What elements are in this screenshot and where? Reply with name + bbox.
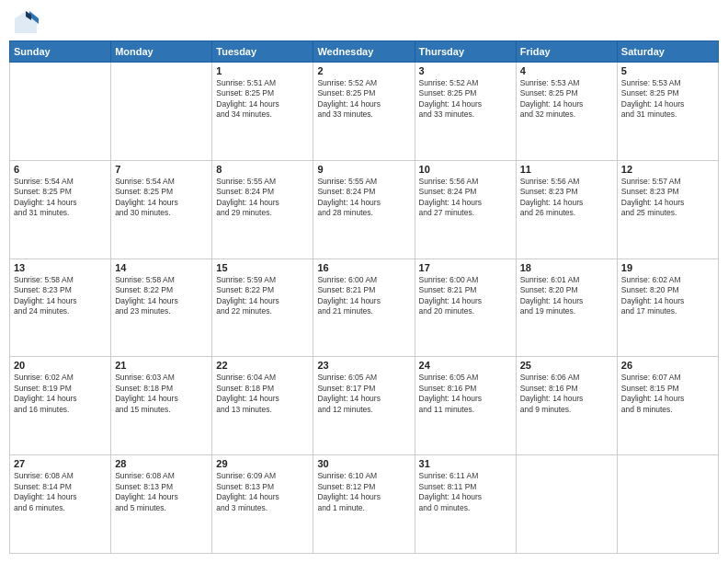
calendar-cell: 28Sunrise: 6:08 AMSunset: 8:13 PMDayligh… bbox=[111, 455, 212, 554]
day-number: 4 bbox=[520, 65, 613, 76]
calendar-cell: 31Sunrise: 6:11 AMSunset: 8:11 PMDayligh… bbox=[415, 455, 516, 554]
day-info: Sunrise: 6:03 AMSunset: 8:18 PMDaylight:… bbox=[115, 373, 208, 415]
calendar-table: SundayMondayTuesdayWednesdayThursdayFrid… bbox=[9, 40, 719, 554]
calendar-week-3: 13Sunrise: 5:58 AMSunset: 8:23 PMDayligh… bbox=[10, 259, 719, 357]
day-info: Sunrise: 5:53 AMSunset: 8:25 PMDaylight:… bbox=[520, 78, 613, 121]
weekday-header-thursday: Thursday bbox=[415, 41, 516, 63]
day-info: Sunrise: 5:54 AMSunset: 8:25 PMDaylight:… bbox=[14, 177, 107, 219]
weekday-header-tuesday: Tuesday bbox=[212, 41, 313, 63]
calendar-cell: 12Sunrise: 5:57 AMSunset: 8:23 PMDayligh… bbox=[617, 160, 718, 259]
calendar-cell: 19Sunrise: 6:02 AMSunset: 8:20 PMDayligh… bbox=[617, 259, 718, 357]
calendar-cell: 9Sunrise: 5:55 AMSunset: 8:24 PMDaylight… bbox=[313, 160, 415, 259]
calendar-cell: 1Sunrise: 5:51 AMSunset: 8:25 PMDaylight… bbox=[212, 63, 313, 161]
day-info: Sunrise: 6:01 AMSunset: 8:20 PMDaylight:… bbox=[520, 275, 613, 317]
day-info: Sunrise: 6:02 AMSunset: 8:19 PMDaylight:… bbox=[14, 373, 107, 415]
calendar-cell: 21Sunrise: 6:03 AMSunset: 8:18 PMDayligh… bbox=[111, 357, 212, 455]
day-number: 10 bbox=[419, 164, 512, 175]
calendar-header-row: SundayMondayTuesdayWednesdayThursdayFrid… bbox=[10, 41, 719, 63]
day-number: 16 bbox=[317, 262, 410, 273]
calendar-cell: 11Sunrise: 5:56 AMSunset: 8:23 PMDayligh… bbox=[516, 160, 617, 259]
logo-icon bbox=[13, 9, 39, 35]
day-info: Sunrise: 5:59 AMSunset: 8:22 PMDaylight:… bbox=[216, 275, 309, 317]
day-number: 26 bbox=[621, 360, 714, 371]
day-number: 17 bbox=[419, 262, 512, 273]
calendar-cell: 14Sunrise: 5:58 AMSunset: 8:22 PMDayligh… bbox=[111, 259, 212, 357]
calendar-cell: 20Sunrise: 6:02 AMSunset: 8:19 PMDayligh… bbox=[10, 357, 111, 455]
calendar-cell: 26Sunrise: 6:07 AMSunset: 8:15 PMDayligh… bbox=[617, 357, 718, 455]
day-info: Sunrise: 5:52 AMSunset: 8:25 PMDaylight:… bbox=[419, 78, 512, 121]
day-number: 31 bbox=[419, 458, 512, 469]
calendar-cell: 7Sunrise: 5:54 AMSunset: 8:25 PMDaylight… bbox=[111, 160, 212, 259]
day-number: 29 bbox=[216, 458, 309, 469]
day-info: Sunrise: 6:09 AMSunset: 8:13 PMDaylight:… bbox=[216, 471, 309, 513]
weekday-header-monday: Monday bbox=[111, 41, 212, 63]
day-info: Sunrise: 6:10 AMSunset: 8:12 PMDaylight:… bbox=[317, 471, 410, 513]
calendar-week-1: 1Sunrise: 5:51 AMSunset: 8:25 PMDaylight… bbox=[10, 63, 719, 161]
calendar-cell: 29Sunrise: 6:09 AMSunset: 8:13 PMDayligh… bbox=[212, 455, 313, 554]
day-number: 20 bbox=[14, 360, 107, 371]
day-number: 6 bbox=[14, 164, 107, 175]
calendar-cell: 15Sunrise: 5:59 AMSunset: 8:22 PMDayligh… bbox=[212, 259, 313, 357]
day-info: Sunrise: 6:00 AMSunset: 8:21 PMDaylight:… bbox=[317, 275, 410, 317]
weekday-header-sunday: Sunday bbox=[10, 41, 111, 63]
logo bbox=[13, 9, 42, 35]
day-info: Sunrise: 5:54 AMSunset: 8:25 PMDaylight:… bbox=[115, 177, 208, 219]
day-info: Sunrise: 6:05 AMSunset: 8:16 PMDaylight:… bbox=[419, 373, 512, 415]
day-number: 8 bbox=[216, 164, 309, 175]
calendar-cell: 25Sunrise: 6:06 AMSunset: 8:16 PMDayligh… bbox=[516, 357, 617, 455]
day-number: 2 bbox=[317, 65, 410, 76]
day-number: 15 bbox=[216, 262, 309, 273]
calendar-cell: 16Sunrise: 6:00 AMSunset: 8:21 PMDayligh… bbox=[313, 259, 415, 357]
day-number: 3 bbox=[419, 65, 512, 76]
day-info: Sunrise: 6:08 AMSunset: 8:13 PMDaylight:… bbox=[115, 471, 208, 513]
day-info: Sunrise: 6:04 AMSunset: 8:18 PMDaylight:… bbox=[216, 373, 309, 415]
calendar-cell: 5Sunrise: 5:53 AMSunset: 8:25 PMDaylight… bbox=[617, 63, 718, 161]
day-number: 30 bbox=[317, 458, 410, 469]
day-number: 27 bbox=[14, 458, 107, 469]
day-info: Sunrise: 5:55 AMSunset: 8:24 PMDaylight:… bbox=[317, 177, 410, 219]
calendar-cell: 6Sunrise: 5:54 AMSunset: 8:25 PMDaylight… bbox=[10, 160, 111, 259]
day-info: Sunrise: 5:53 AMSunset: 8:25 PMDaylight:… bbox=[621, 78, 714, 121]
day-number: 28 bbox=[115, 458, 208, 469]
day-number: 18 bbox=[520, 262, 613, 273]
day-number: 25 bbox=[520, 360, 613, 371]
calendar-cell: 18Sunrise: 6:01 AMSunset: 8:20 PMDayligh… bbox=[516, 259, 617, 357]
day-info: Sunrise: 5:56 AMSunset: 8:24 PMDaylight:… bbox=[419, 177, 512, 219]
day-number: 12 bbox=[621, 164, 714, 175]
header bbox=[9, 9, 719, 35]
calendar-week-5: 27Sunrise: 6:08 AMSunset: 8:14 PMDayligh… bbox=[10, 455, 719, 554]
calendar-cell bbox=[10, 63, 111, 161]
day-info: Sunrise: 6:06 AMSunset: 8:16 PMDaylight:… bbox=[520, 373, 613, 415]
day-number: 23 bbox=[317, 360, 410, 371]
day-info: Sunrise: 5:58 AMSunset: 8:22 PMDaylight:… bbox=[115, 275, 208, 317]
day-number: 5 bbox=[621, 65, 714, 76]
day-info: Sunrise: 6:05 AMSunset: 8:17 PMDaylight:… bbox=[317, 373, 410, 415]
page: SundayMondayTuesdayWednesdayThursdayFrid… bbox=[0, 0, 728, 563]
weekday-header-saturday: Saturday bbox=[617, 41, 718, 63]
day-number: 9 bbox=[317, 164, 410, 175]
day-number: 1 bbox=[216, 65, 309, 76]
calendar-cell: 10Sunrise: 5:56 AMSunset: 8:24 PMDayligh… bbox=[415, 160, 516, 259]
calendar-cell bbox=[111, 63, 212, 161]
day-number: 14 bbox=[115, 262, 208, 273]
day-info: Sunrise: 5:56 AMSunset: 8:23 PMDaylight:… bbox=[520, 177, 613, 219]
calendar-cell: 3Sunrise: 5:52 AMSunset: 8:25 PMDaylight… bbox=[415, 63, 516, 161]
day-info: Sunrise: 6:07 AMSunset: 8:15 PMDaylight:… bbox=[621, 373, 714, 415]
day-info: Sunrise: 6:08 AMSunset: 8:14 PMDaylight:… bbox=[14, 471, 107, 513]
day-info: Sunrise: 6:00 AMSunset: 8:21 PMDaylight:… bbox=[419, 275, 512, 317]
day-info: Sunrise: 5:57 AMSunset: 8:23 PMDaylight:… bbox=[621, 177, 714, 219]
day-info: Sunrise: 5:52 AMSunset: 8:25 PMDaylight:… bbox=[317, 78, 410, 121]
calendar-cell: 27Sunrise: 6:08 AMSunset: 8:14 PMDayligh… bbox=[10, 455, 111, 554]
day-info: Sunrise: 6:02 AMSunset: 8:20 PMDaylight:… bbox=[621, 275, 714, 317]
calendar-cell: 30Sunrise: 6:10 AMSunset: 8:12 PMDayligh… bbox=[313, 455, 415, 554]
day-number: 24 bbox=[419, 360, 512, 371]
calendar-cell: 17Sunrise: 6:00 AMSunset: 8:21 PMDayligh… bbox=[415, 259, 516, 357]
calendar-cell bbox=[516, 455, 617, 554]
calendar-cell: 4Sunrise: 5:53 AMSunset: 8:25 PMDaylight… bbox=[516, 63, 617, 161]
calendar-cell: 8Sunrise: 5:55 AMSunset: 8:24 PMDaylight… bbox=[212, 160, 313, 259]
day-number: 21 bbox=[115, 360, 208, 371]
day-number: 7 bbox=[115, 164, 208, 175]
calendar-cell: 24Sunrise: 6:05 AMSunset: 8:16 PMDayligh… bbox=[415, 357, 516, 455]
day-info: Sunrise: 5:55 AMSunset: 8:24 PMDaylight:… bbox=[216, 177, 309, 219]
calendar-week-2: 6Sunrise: 5:54 AMSunset: 8:25 PMDaylight… bbox=[10, 160, 719, 259]
